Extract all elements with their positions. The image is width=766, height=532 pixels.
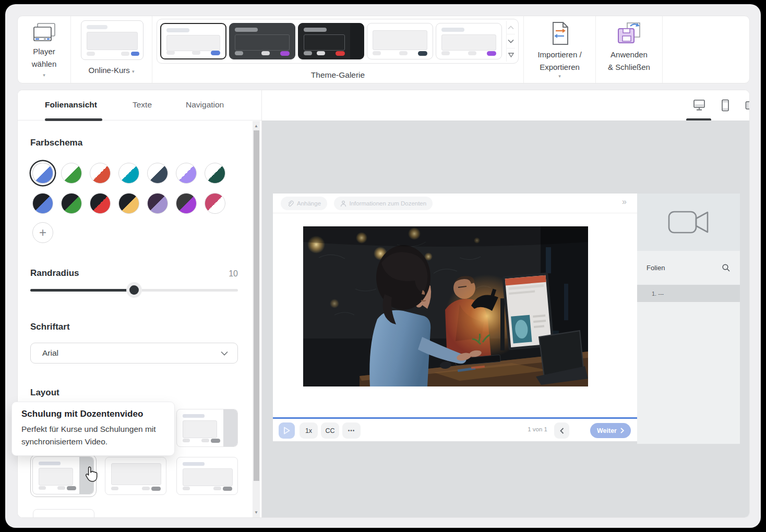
add-color-scheme-button[interactable]: +: [32, 222, 53, 243]
color-scheme-5[interactable]: [147, 163, 168, 184]
color-scheme-8[interactable]: [32, 193, 53, 214]
theme-thumb-light-violet[interactable]: [436, 23, 502, 59]
player-type-label[interactable]: Online-Kurs ▾: [71, 64, 152, 78]
scroll-up-icon[interactable]: ▲: [253, 124, 260, 128]
color-scheme-10[interactable]: [90, 193, 111, 214]
slide-list-item-1[interactable]: 1. ---: [637, 285, 740, 302]
layout-thumb-video-sidebar[interactable]: [176, 409, 238, 447]
tab-texte[interactable]: Texte: [133, 100, 152, 110]
play-button[interactable]: [279, 422, 295, 439]
theme-gallery-strip: [157, 19, 519, 64]
layout-thumb-titled[interactable]: [176, 457, 238, 495]
scroll-down-icon[interactable]: ▼: [253, 510, 260, 515]
panel-scrollbar[interactable]: ▲ ▼: [253, 121, 260, 517]
slides-panel-title: Folien: [647, 264, 722, 272]
color-scheme-9[interactable]: [61, 193, 82, 214]
theme-thumb-dark-purple[interactable]: [229, 23, 295, 59]
online-course-thumbnail: [81, 20, 143, 60]
theme-thumb-light-blue[interactable]: [160, 23, 226, 59]
color-scheme-grid: [32, 163, 237, 214]
slider-thumb[interactable]: [129, 285, 139, 295]
presenter-video-placeholder: [637, 194, 740, 251]
apply-close-label-2: & Schließen: [596, 61, 662, 74]
search-icon[interactable]: [722, 263, 731, 272]
person-icon: [340, 200, 346, 207]
theme-gallery-label: Theme-Galerie: [152, 70, 523, 80]
gallery-scroll-up-button[interactable]: [507, 21, 515, 34]
schriftart-title: Schriftart: [30, 322, 70, 332]
randradius-title: Randradius: [30, 268, 79, 279]
color-scheme-14[interactable]: [205, 193, 225, 214]
tooltip-title: Schulung mit Dozentenvideo: [21, 409, 165, 419]
presenter-info-button[interactable]: Informationen zum Dozenten: [334, 197, 433, 210]
app-window: Player wählen ▾ Online-Kurs ▾: [0, 0, 766, 532]
player-select-section[interactable]: Player wählen ▾: [18, 16, 71, 83]
apply-close-label-1: Anwenden: [596, 49, 662, 61]
previous-slide-button[interactable]: [554, 422, 569, 439]
color-scheme-3[interactable]: [90, 163, 111, 184]
attachments-button[interactable]: Anhänge: [281, 197, 327, 210]
player-topbar: Anhänge Informationen zum Dozenten »: [273, 194, 637, 213]
layout-thumb-plain[interactable]: [105, 457, 166, 495]
tooltip-body: Perfekt für Kurse und Schulungen mit syn…: [21, 423, 165, 448]
theme-thumb-light-navy[interactable]: [367, 23, 433, 59]
more-options-button[interactable]: •••: [342, 422, 361, 439]
ribbon-spacer: [663, 16, 749, 83]
video-camera-icon: [667, 209, 710, 235]
color-scheme-7[interactable]: [205, 163, 225, 184]
gallery-expand-button[interactable]: [507, 49, 515, 62]
app-surface: Player wählen ▾ Online-Kurs ▾: [5, 4, 761, 528]
chevron-down-icon: [221, 351, 228, 356]
theme-thumb-black-red[interactable]: [298, 23, 364, 59]
font-select-value: Arial: [42, 348, 221, 358]
device-desktop-icon[interactable]: [692, 99, 706, 112]
import-export-caret-icon: ▾: [524, 74, 595, 79]
player-preview: Anhänge Informationen zum Dozenten »: [273, 194, 637, 441]
slide-position-label: 1 von 1: [528, 426, 547, 432]
tab-folienansicht[interactable]: Folienansicht: [45, 100, 97, 110]
paperclip-icon: [287, 200, 294, 207]
chevron-right-icon: [620, 428, 624, 433]
apply-close-icon: [618, 21, 642, 46]
color-scheme-4[interactable]: [118, 163, 139, 184]
player-select-caret-icon: ▾: [18, 72, 70, 78]
color-scheme-11[interactable]: [118, 193, 139, 214]
layout-tooltip: Schulung mit Dozentenvideo Perfekt für K…: [11, 402, 175, 456]
scrollbar-thumb[interactable]: [254, 130, 259, 481]
gallery-scroll-down-button[interactable]: [507, 34, 515, 48]
apply-close-section[interactable]: Anwenden & Schließen: [596, 16, 663, 83]
import-export-label-1: Importieren /: [524, 49, 595, 61]
device-preview-bar: [262, 90, 749, 120]
player-select-label-2: wählen: [18, 58, 70, 70]
next-slide-button[interactable]: Weiter: [590, 423, 631, 438]
layout-thumb-partial[interactable]: [33, 509, 94, 518]
player-sidebar: Folien 1. ---: [637, 194, 740, 444]
tab-navigation[interactable]: Navigation: [186, 100, 224, 110]
player-type-section[interactable]: Online-Kurs ▾: [71, 16, 152, 83]
layout-title: Layout: [30, 388, 59, 398]
color-scheme-2[interactable]: [61, 163, 82, 184]
panel-tabbar: Folienansicht Texte Navigation: [18, 90, 261, 120]
player-select-label-1: Player: [18, 45, 70, 58]
play-icon: [283, 427, 290, 434]
import-export-icon: [549, 21, 570, 46]
color-scheme-13[interactable]: [176, 193, 197, 214]
import-export-section[interactable]: Importieren / Exportieren ▾: [524, 16, 596, 83]
active-tab-indicator: [45, 118, 102, 121]
playback-speed-button[interactable]: 1x: [300, 422, 318, 439]
device-tablet-landscape-icon[interactable]: [745, 99, 750, 112]
color-scheme-6[interactable]: [176, 163, 197, 184]
font-select[interactable]: Arial: [30, 343, 238, 364]
gallery-nav: [506, 21, 515, 62]
device-tablet-portrait-icon[interactable]: [719, 99, 732, 112]
player-window-icon: [32, 22, 56, 43]
color-scheme-1[interactable]: [32, 163, 53, 184]
import-export-label-2: Exportieren: [524, 61, 595, 74]
theme-gallery-section: Theme-Galerie: [152, 16, 524, 83]
randradius-value: 10: [216, 269, 238, 279]
slide-photo: [303, 226, 588, 386]
ribbon: Player wählen ▾ Online-Kurs ▾: [17, 16, 750, 83]
captions-button[interactable]: CC: [321, 422, 339, 439]
color-scheme-12[interactable]: [147, 193, 168, 214]
collapse-panel-button[interactable]: »: [622, 197, 627, 207]
